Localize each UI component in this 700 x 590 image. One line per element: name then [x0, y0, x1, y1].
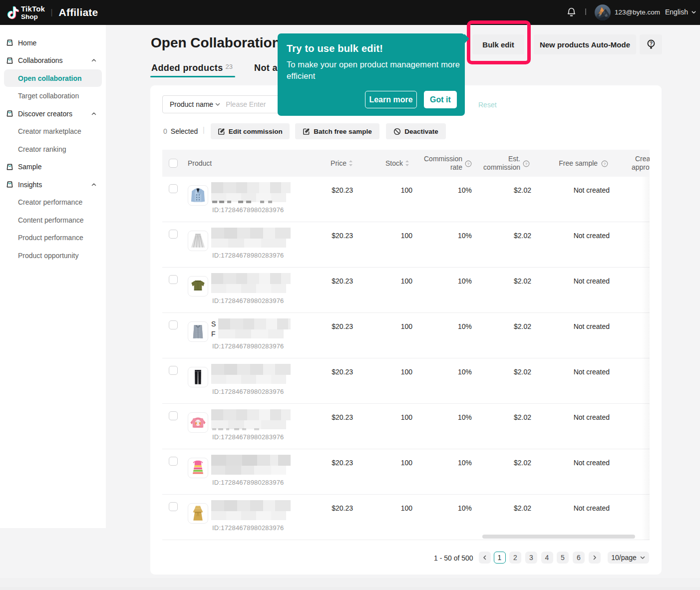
svg-text:?: ? [604, 162, 606, 166]
svg-text:?: ? [649, 41, 652, 46]
svg-text:?: ? [467, 162, 470, 166]
svg-text:?: ? [525, 162, 528, 166]
